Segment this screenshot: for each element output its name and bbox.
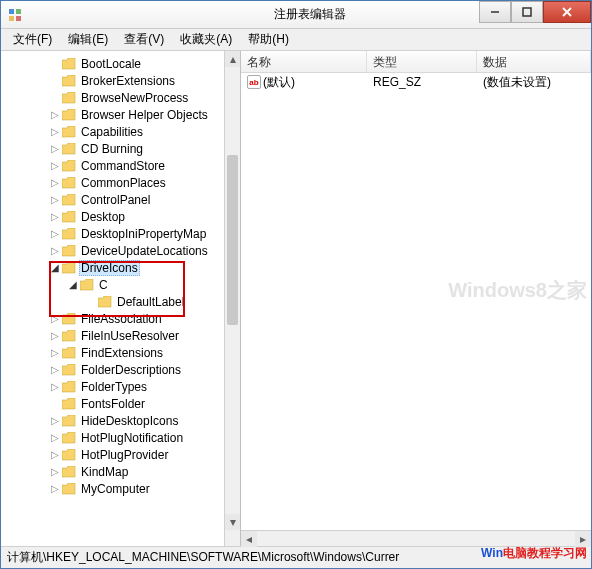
folder-icon [62,177,76,189]
tree-scrollbar[interactable]: ▴ ▾ [224,51,240,546]
tree-node-label: Capabilities [79,125,145,139]
tree-node[interactable]: ▷CommandStore [1,157,240,174]
expand-icon[interactable]: ▷ [49,143,61,155]
header-data[interactable]: 数据 [477,51,591,72]
expand-icon[interactable]: ▷ [49,330,61,342]
folder-icon [62,58,76,70]
tree-node[interactable]: BootLocale [1,55,240,72]
tree-node[interactable]: DefaultLabel [1,293,240,310]
tree-node-label: FolderDescriptions [79,363,183,377]
expand-icon[interactable]: ▷ [49,228,61,240]
tree-node[interactable]: ▷DesktopIniPropertyMap [1,225,240,242]
expand-icon[interactable]: ▷ [49,245,61,257]
tree-panel[interactable]: BootLocaleBrokerExtensionsBrowseNewProce… [1,51,241,546]
tree-node[interactable]: ▷Desktop [1,208,240,225]
list-panel[interactable]: 名称 类型 数据 ab (默认) REG_SZ (数值未设置) ◂ ▸ [241,51,591,546]
folder-icon [62,330,76,342]
expand-icon[interactable]: ▷ [49,211,61,223]
tree-node[interactable]: ▷DeviceUpdateLocations [1,242,240,259]
folder-icon [62,466,76,478]
maximize-button[interactable] [511,1,543,23]
scroll-down-icon[interactable]: ▾ [225,514,240,530]
expand-icon [49,398,61,410]
tree-node-label: HotPlugProvider [79,448,170,462]
collapse-icon[interactable]: ◢ [49,262,61,274]
tree-node[interactable]: ▷CommonPlaces [1,174,240,191]
tree-node[interactable]: ▷FolderTypes [1,378,240,395]
collapse-icon[interactable]: ◢ [67,279,79,291]
tree-node[interactable]: ▷MyComputer [1,480,240,497]
expand-icon[interactable]: ▷ [49,381,61,393]
header-name[interactable]: 名称 [241,51,367,72]
scroll-up-icon[interactable]: ▴ [225,51,240,67]
scroll-thumb[interactable] [227,155,238,325]
scroll-right-icon[interactable]: ▸ [575,531,591,547]
expand-icon[interactable]: ▷ [49,194,61,206]
folder-icon [62,398,76,410]
tree-node[interactable]: ▷HideDesktopIcons [1,412,240,429]
expand-icon[interactable]: ▷ [49,432,61,444]
expand-icon[interactable]: ▷ [49,364,61,376]
folder-icon [62,313,76,325]
tree-node[interactable]: ▷FileAssociation [1,310,240,327]
svg-rect-0 [9,9,14,14]
expand-icon[interactable]: ▷ [49,177,61,189]
tree-node-label: KindMap [79,465,130,479]
tree-node[interactable]: ▷Browser Helper Objects [1,106,240,123]
expand-icon[interactable]: ▷ [49,483,61,495]
menu-edit[interactable]: 编辑(E) [60,29,116,50]
folder-icon [98,296,112,308]
value-data: (数值未设置) [477,73,591,92]
folder-icon [62,245,76,257]
folder-icon [62,364,76,376]
expand-icon[interactable]: ▷ [49,160,61,172]
tree-node-label: FindExtensions [79,346,165,360]
expand-icon[interactable]: ▷ [49,109,61,121]
tree-node[interactable]: BrowseNewProcess [1,89,240,106]
folder-icon [62,109,76,121]
minimize-button[interactable] [479,1,511,23]
menu-favorites[interactable]: 收藏夹(A) [172,29,240,50]
header-type[interactable]: 类型 [367,51,477,72]
tree-node-label: FileInUseResolver [79,329,181,343]
expand-icon [49,75,61,87]
folder-icon [62,160,76,172]
app-icon [7,7,23,23]
tree-node[interactable]: FontsFolder [1,395,240,412]
status-path: 计算机\HKEY_LOCAL_MACHINE\SOFTWARE\Microsof… [7,549,399,566]
folder-icon [62,262,76,274]
value-type: REG_SZ [367,74,477,90]
menu-help[interactable]: 帮助(H) [240,29,297,50]
tree-node[interactable]: ▷HotPlugProvider [1,446,240,463]
expand-icon[interactable]: ▷ [49,466,61,478]
tree-node[interactable]: ▷ControlPanel [1,191,240,208]
menu-view[interactable]: 查看(V) [116,29,172,50]
scroll-left-icon[interactable]: ◂ [241,531,257,547]
close-button[interactable] [543,1,591,23]
expand-icon[interactable]: ▷ [49,347,61,359]
tree-node-label: C [97,278,110,292]
tree-node[interactable]: ▷HotPlugNotification [1,429,240,446]
expand-icon [49,58,61,70]
list-row[interactable]: ab (默认) REG_SZ (数值未设置) [241,73,591,91]
folder-icon [62,449,76,461]
list-scrollbar-h[interactable]: ◂ ▸ [241,530,591,546]
expand-icon[interactable]: ▷ [49,449,61,461]
tree-node[interactable]: ▷FindExtensions [1,344,240,361]
tree-node-label: ControlPanel [79,193,152,207]
tree-node-label: FileAssociation [79,312,164,326]
tree-node[interactable]: BrokerExtensions [1,72,240,89]
expand-icon[interactable]: ▷ [49,126,61,138]
expand-icon[interactable]: ▷ [49,313,61,325]
folder-icon [62,347,76,359]
tree-node[interactable]: ▷FileInUseResolver [1,327,240,344]
tree-node-label: FolderTypes [79,380,149,394]
menu-file[interactable]: 文件(F) [5,29,60,50]
expand-icon[interactable]: ▷ [49,415,61,427]
tree-node[interactable]: ▷CD Burning [1,140,240,157]
tree-node[interactable]: ▷Capabilities [1,123,240,140]
tree-node[interactable]: ▷KindMap [1,463,240,480]
tree-node[interactable]: ◢C [1,276,240,293]
tree-node[interactable]: ◢DriveIcons [1,259,240,276]
tree-node[interactable]: ▷FolderDescriptions [1,361,240,378]
